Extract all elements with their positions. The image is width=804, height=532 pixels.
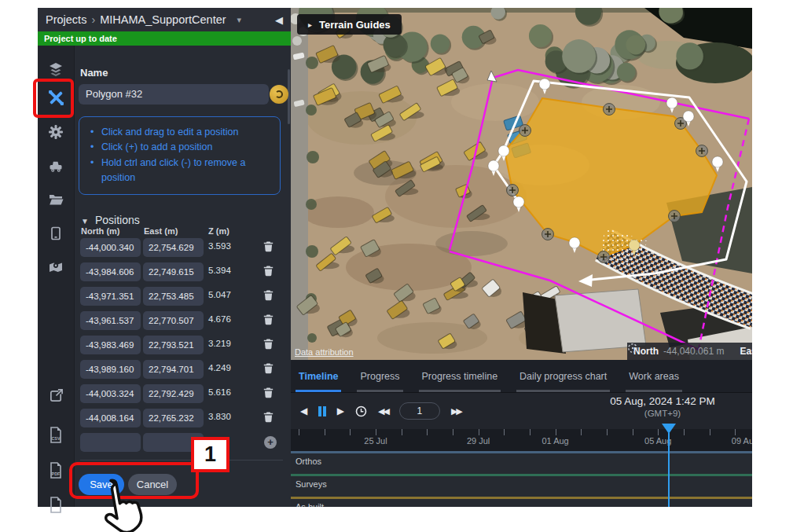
add-vertex-icon[interactable]: [604, 104, 615, 116]
map-icon[interactable]: [46, 258, 65, 277]
timeline-row-as-built[interactable]: As built: [291, 497, 752, 507]
north-input[interactable]: [80, 433, 141, 452]
east-input[interactable]: 22,793.521: [143, 336, 204, 354]
export-csv-icon[interactable]: CSV: [46, 425, 65, 444]
project-name[interactable]: MIHAMA_SupportCenter: [100, 13, 226, 26]
ruler-tick: [325, 429, 325, 435]
tab-underline: [516, 390, 610, 392]
position-row: -44,003.32422,792.4295.616: [75, 383, 291, 407]
pause-icon[interactable]: [318, 406, 326, 416]
north-input[interactable]: -44,008.164: [80, 409, 141, 427]
tab-daily-progress-chart[interactable]: Daily progress chart: [518, 360, 608, 392]
playback-controls: ◀ ▶ ◀◀ 1 ▶▶ 05 Aug, 2024 1:42 PM (GMT+9): [291, 393, 752, 429]
add-vertex-icon[interactable]: [507, 185, 519, 196]
layers-icon[interactable]: [46, 60, 65, 79]
column-z: Z (m): [208, 226, 229, 236]
east-input[interactable]: 22,770.507: [143, 311, 204, 330]
breadcrumb-root[interactable]: Projects: [46, 13, 86, 26]
add-vertex-icon[interactable]: [519, 125, 531, 137]
export-pdf-icon[interactable]: PDF: [46, 460, 65, 479]
north-input[interactable]: -43,961.537: [80, 311, 141, 330]
delete-position-button[interactable]: [263, 240, 276, 255]
share-icon[interactable]: [46, 386, 65, 405]
east-input[interactable]: 22,792.429: [143, 384, 204, 403]
add-position-button[interactable]: +: [264, 436, 277, 449]
north-input[interactable]: -43,983.469: [80, 336, 141, 354]
add-vertex-icon[interactable]: [598, 251, 610, 263]
positions-header[interactable]: ▼Positions: [81, 214, 140, 226]
north-input[interactable]: -43,984.606: [80, 262, 141, 281]
vertex-pin-icon[interactable]: [569, 237, 580, 253]
current-datetime: 05 Aug, 2024 1:42 PM (GMT+9): [580, 395, 745, 418]
east-input[interactable]: 22,754.629: [143, 238, 204, 257]
tab-progress[interactable]: Progress: [358, 360, 401, 392]
z-value: 3.593: [208, 241, 231, 251]
expand-triangle-icon: ▸: [308, 20, 312, 29]
settings-icon[interactable]: [46, 123, 65, 141]
timeline-ruler[interactable]: 25 Jul29 Jul01 Aug05 Aug09 Aug: [291, 429, 752, 451]
add-vertex-icon[interactable]: [669, 211, 681, 222]
rewind-icon[interactable]: ◀◀: [378, 407, 388, 416]
vertex-pin-icon[interactable]: [539, 79, 550, 94]
north-input[interactable]: -43,971.351: [80, 287, 141, 306]
timeline-row-orthos[interactable]: Orthos: [291, 451, 752, 474]
crosshair-icon: [627, 343, 638, 354]
delete-position-button[interactable]: [263, 338, 276, 352]
delete-position-button[interactable]: [263, 314, 276, 328]
delete-position-button[interactable]: [263, 387, 276, 401]
position-row: -43,989.16022,794.7014.249: [75, 358, 291, 383]
ruler-tick: [633, 429, 633, 435]
name-input[interactable]: Polygon #32: [79, 84, 269, 105]
position-row: -43,961.53722,770.5074.676: [75, 310, 291, 334]
position-row: -43,984.60622,749.6155.394: [75, 261, 291, 285]
add-vertex-icon[interactable]: [542, 229, 554, 240]
east-input[interactable]: 22,765.232: [143, 409, 204, 427]
delete-position-button[interactable]: [263, 289, 276, 303]
north-input[interactable]: -44,000.340: [80, 238, 141, 257]
ruler-tick: [530, 429, 530, 435]
step-back-icon[interactable]: ◀: [300, 406, 307, 416]
east-input[interactable]: 22,749.615: [143, 262, 204, 281]
playhead-marker[interactable]: [662, 424, 676, 434]
ruler-tick: [556, 429, 556, 435]
timeline-row-surveys[interactable]: Surveys: [291, 474, 752, 497]
terrain-guides-label: Terrain Guides: [319, 19, 391, 31]
tab-work-areas[interactable]: Work areas: [627, 360, 681, 392]
delete-position-button[interactable]: [263, 411, 276, 425]
chevron-down-icon[interactable]: ▾: [237, 15, 242, 25]
tab-underline: [626, 390, 682, 392]
device-icon[interactable]: [46, 224, 65, 243]
ruler-label: 29 Jul: [467, 436, 490, 446]
map-viewport[interactable]: ▸ Terrain Guides Data attribution North …: [291, 8, 752, 360]
terrain-guides-toggle[interactable]: ▸ Terrain Guides: [297, 14, 402, 35]
vertex-pin-icon[interactable]: [666, 97, 677, 113]
add-vertex-icon[interactable]: [696, 145, 708, 157]
delete-position-button[interactable]: [263, 362, 276, 376]
export-file-icon[interactable]: [46, 495, 65, 514]
edit-panel: Name Polygon #32 Click and drag to edit …: [75, 46, 291, 507]
machine-icon[interactable]: [46, 156, 65, 175]
column-east: East (m): [144, 226, 178, 236]
clock-icon[interactable]: [355, 405, 367, 417]
north-value: -44,040.061 m: [663, 346, 724, 357]
play-icon[interactable]: ▶: [337, 406, 344, 416]
files-icon[interactable]: [46, 190, 65, 209]
fast-forward-icon[interactable]: ▶▶: [451, 407, 461, 416]
design-icon[interactable]: [46, 88, 65, 107]
data-attribution-link[interactable]: Data attribution: [295, 347, 354, 357]
speed-stepper[interactable]: 1: [399, 402, 440, 420]
east-input[interactable]: 22,753.485: [143, 287, 204, 306]
ruler-tick: [453, 429, 453, 435]
tab-timeline[interactable]: Timeline: [297, 360, 340, 392]
east-input[interactable]: 22,794.701: [143, 360, 204, 379]
tab-underline: [296, 390, 341, 392]
north-input[interactable]: -43,989.160: [80, 360, 141, 379]
tab-progress-timeline[interactable]: Progress timeline: [420, 360, 500, 392]
polygon-color-button[interactable]: [270, 85, 288, 104]
delete-position-button[interactable]: [263, 265, 276, 279]
collapse-panel-icon[interactable]: ◀: [275, 14, 283, 26]
positions-title: Positions: [95, 214, 140, 226]
breadcrumb: Projects › MIHAMA_SupportCenter ▾ ◀: [38, 8, 291, 31]
north-input[interactable]: -44,003.324: [80, 384, 141, 403]
ruler-tick: [402, 429, 402, 435]
